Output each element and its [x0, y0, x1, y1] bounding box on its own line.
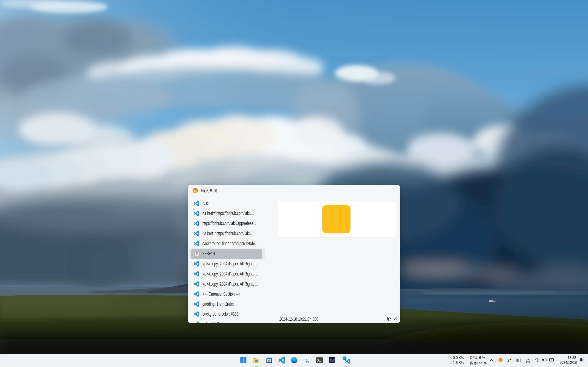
svg-text:$W: $W — [330, 358, 335, 362]
